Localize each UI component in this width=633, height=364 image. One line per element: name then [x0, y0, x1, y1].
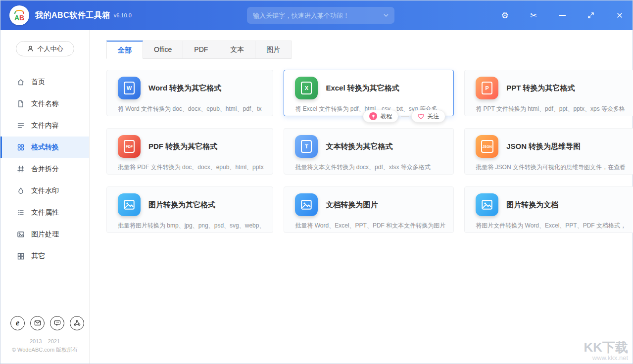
settings-gear-icon[interactable]: ⚙: [500, 10, 510, 20]
card-desc: 批量将 PDF 文件转换为 doc、docx、epub、html、pptx: [118, 163, 265, 172]
sidebar-item-file-name[interactable]: 文件名称: [0, 93, 89, 115]
app-version: v6.10.0: [114, 12, 132, 18]
mail-icon[interactable]: [30, 316, 45, 330]
watermark-title: KK下载: [584, 340, 628, 355]
image-process-icon: [17, 230, 25, 238]
app-title: 我的ABC软件工具箱: [35, 10, 110, 21]
card-hover-popover: 教程 关注: [363, 110, 445, 123]
home-icon: [17, 78, 25, 86]
maximize-button[interactable]: [586, 10, 596, 20]
sidebar: 个人中心 首页 文件名称 文件内容 格式转换: [0, 30, 90, 364]
tab-pdf[interactable]: PDF: [183, 41, 219, 59]
person-icon: [27, 45, 34, 52]
follow-label: 关注: [427, 112, 439, 121]
sidebar-item-file-content[interactable]: 文件内容: [0, 115, 89, 136]
word-file-icon: W: [118, 77, 141, 99]
card-text-convert[interactable]: T 文本转换为其它格式 批量将文本文件转换为 docx、pdf、xlsx 等众多…: [284, 128, 454, 175]
card-pdf-convert[interactable]: PDF PDF 转换为其它格式 批量将 PDF 文件转换为 doc、docx、e…: [106, 128, 273, 175]
sidebar-item-home[interactable]: 首页: [0, 71, 89, 93]
search-input[interactable]: [253, 12, 384, 19]
sidebar-item-merge-split[interactable]: 合并拆分: [0, 158, 89, 180]
card-desc: 批量将 JSON 文件转换为可视化的思维导图文件，在查看: [476, 163, 626, 172]
card-doc-to-image[interactable]: 文档转换为图片 批量将 Word、Excel、PPT、PDF 和文本文件转换为图…: [284, 186, 454, 233]
card-title: Word 转换为其它格式: [148, 84, 221, 93]
excel-file-icon: X: [295, 77, 318, 99]
category-tabs: 全部 Office PDF 文本 图片: [106, 41, 614, 59]
profile-label: 个人中心: [38, 45, 63, 53]
card-desc: 批量将 Word、Excel、PPT、PDF 和文本文件转换为图片: [295, 222, 445, 230]
card-desc: 批量将图片转换为 bmp、jpg、png、psd、svg、webp、: [118, 222, 265, 230]
sidebar-item-file-watermark[interactable]: 文件水印: [0, 180, 89, 202]
sidebar-item-others[interactable]: 其它: [0, 245, 89, 267]
tutorial-button[interactable]: 教程: [363, 110, 398, 123]
card-excel-convert[interactable]: X Excel 转换为其它格式 将 Excel 文件转换为 pdf、html、c…: [284, 70, 454, 116]
others-grid-icon: [17, 252, 25, 260]
card-desc: 批量将文本文件转换为 docx、pdf、xlsx 等众多格式: [295, 163, 445, 172]
window-controls: ⚙ ✂: [500, 0, 625, 30]
chat-icon[interactable]: [50, 316, 64, 330]
card-word-convert[interactable]: W Word 转换为其它格式 将 Word 文件转换为 doc、docx、epu…: [106, 70, 273, 116]
file-content-icon: [17, 122, 25, 130]
image-file-icon: [118, 193, 141, 216]
card-desc: 将 PPT 文件转换为 html、pdf、ppt、pptx、xps 等众多格: [476, 105, 626, 113]
card-title: JSON 转换为思维导图: [506, 142, 581, 151]
global-search[interactable]: [247, 7, 394, 24]
sidebar-item-file-attributes[interactable]: 文件属性: [0, 202, 89, 224]
sidebar-item-format-convert[interactable]: 格式转换: [0, 136, 89, 158]
app-logo: AB: [9, 5, 29, 25]
card-desc: 将 Word 文件转换为 doc、docx、epub、html、pdf、tx: [118, 105, 265, 113]
lightbulb-icon: [369, 112, 377, 120]
pdf-file-icon: PDF: [118, 135, 141, 158]
ie-browser-icon[interactable]: e: [10, 316, 25, 330]
card-image-convert[interactable]: 图片转换为其它格式 批量将图片转换为 bmp、jpg、png、psd、svg、w…: [106, 186, 273, 233]
tab-all[interactable]: 全部: [106, 41, 143, 59]
copyright-years: 2013 – 2021: [0, 337, 89, 346]
tab-text[interactable]: 文本: [219, 41, 255, 59]
tools-scissors-icon[interactable]: ✂: [529, 10, 538, 20]
tutorial-label: 教程: [380, 112, 392, 121]
sidebar-footer: e 2013 – 2021 © WodeABC.com 版权所有: [0, 316, 89, 364]
sidebar-item-image-process[interactable]: 图片处理: [0, 224, 89, 245]
main-panel: 全部 Office PDF 文本 图片 W Word 转换为其它格式 将 Wor…: [90, 30, 633, 364]
ppt-file-icon: P: [476, 77, 498, 99]
card-ppt-convert[interactable]: P PPT 转换为其它格式 将 PPT 文件转换为 html、pdf、ppt、p…: [464, 70, 633, 116]
profile-center-button[interactable]: 个人中心: [16, 41, 74, 56]
social-links: e: [0, 316, 89, 337]
tool-card-grid: W Word 转换为其它格式 将 Word 文件转换为 doc、docx、epu…: [106, 70, 614, 233]
logo-rainbow-arc: [14, 10, 24, 14]
file-attributes-icon: [17, 209, 25, 217]
titlebar: AB 我的ABC软件工具箱 v6.10.0 ⚙ ✂: [0, 0, 633, 30]
tab-image[interactable]: 图片: [255, 41, 292, 59]
share-icon[interactable]: [70, 316, 84, 330]
card-title: 文档转换为图片: [326, 200, 378, 210]
watermark-drop-icon: [17, 187, 25, 195]
app-window: AB 我的ABC软件工具箱 v6.10.0 ⚙ ✂ 个人中: [0, 0, 633, 364]
file-name-icon: [17, 100, 25, 108]
minimize-button[interactable]: [557, 10, 567, 20]
copyright-owner: © WodeABC.com 版权所有: [0, 346, 89, 355]
heart-icon: [418, 114, 424, 119]
copyright: 2013 – 2021 © WodeABC.com 版权所有: [0, 337, 89, 358]
card-title: PDF 转换为其它格式: [148, 142, 217, 151]
chevron-down-icon[interactable]: [384, 14, 389, 17]
card-desc: 将图片文件转换为 Word、Excel、PPT、PDF 文档格式，: [476, 222, 626, 230]
json-file-icon: JSON: [476, 135, 498, 158]
card-json-mindmap[interactable]: JSON JSON 转换为思维导图 批量将 JSON 文件转换为可视化的思维导图…: [464, 128, 633, 175]
tab-office[interactable]: Office: [143, 41, 183, 59]
card-title: 图片转换为其它格式: [148, 200, 215, 210]
watermark-url: www.kkx.net: [584, 355, 628, 362]
site-watermark: KK下载 www.kkx.net: [584, 340, 628, 362]
merge-split-icon: [17, 165, 25, 173]
text-file-icon: T: [295, 135, 318, 158]
card-title: 文本转换为其它格式: [326, 142, 392, 151]
card-image-to-doc[interactable]: 图片转换为文档 将图片文件转换为 Word、Excel、PPT、PDF 文档格式…: [464, 186, 633, 233]
popover-connector: [401, 116, 409, 117]
follow-button[interactable]: 关注: [411, 110, 445, 123]
image-to-doc-icon: [476, 193, 498, 216]
card-title: Excel 转换为其它格式: [326, 84, 399, 93]
format-convert-icon: [17, 143, 25, 151]
close-button[interactable]: [615, 10, 625, 20]
doc-to-image-icon: [295, 193, 318, 216]
sidebar-nav: 首页 文件名称 文件内容 格式转换 合并拆分: [0, 71, 89, 267]
card-title: PPT 转换为其它格式: [506, 84, 575, 93]
